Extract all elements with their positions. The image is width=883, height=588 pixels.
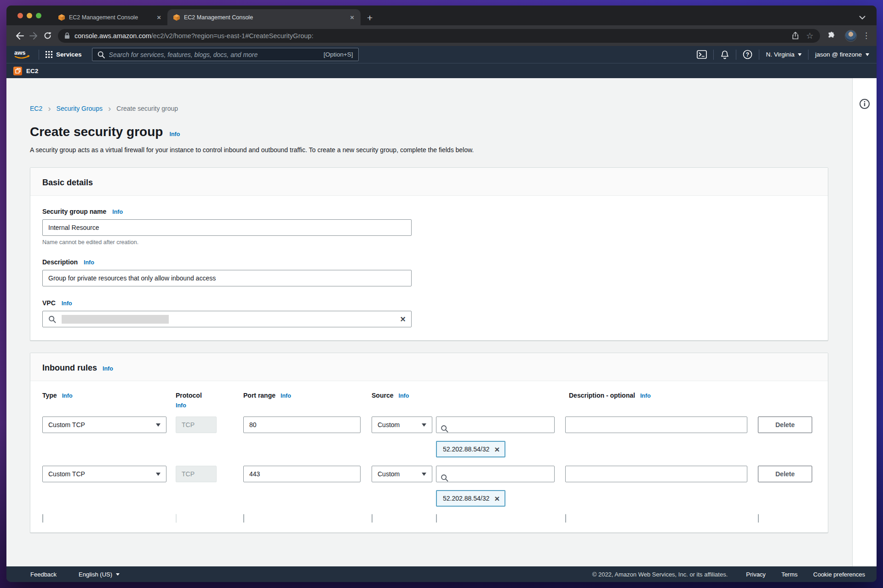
tab-search-chevron-icon[interactable] [859, 16, 866, 20]
description-input[interactable] [42, 270, 412, 286]
terms-link[interactable]: Terms [781, 571, 797, 578]
divider [808, 50, 808, 60]
breadcrumb-security-groups[interactable]: Security Groups [57, 105, 103, 112]
help-button[interactable]: ? [743, 50, 752, 59]
service-tab-ec2[interactable]: EC2 [26, 68, 38, 74]
protocol-info-link[interactable]: Info [176, 402, 186, 409]
privacy-link[interactable]: Privacy [746, 571, 766, 578]
console-content: EC2 › Security Groups › Create security … [6, 78, 877, 566]
breadcrumb-separator: › [108, 104, 111, 113]
reload-button[interactable] [40, 29, 54, 43]
source-info-link[interactable]: Info [398, 393, 409, 399]
svg-text:?: ? [746, 51, 749, 58]
page-intro: A security group acts as a virtual firew… [30, 146, 828, 154]
description-info-link[interactable]: Info [84, 259, 94, 266]
profile-avatar[interactable] [845, 30, 857, 42]
tab-2-active[interactable]: EC2 Management Console × [167, 9, 361, 25]
back-button[interactable] [13, 29, 27, 43]
rule-description-info-link[interactable]: Info [640, 393, 651, 399]
rule-type-select[interactable]: Custom TCP [42, 466, 166, 482]
clear-vpc-icon[interactable]: × [400, 314, 406, 324]
name-info-link[interactable]: Info [112, 209, 123, 215]
rule-source-select[interactable]: Custom [372, 466, 432, 482]
divider [39, 50, 39, 60]
inbound-rule-row-clipped [42, 514, 816, 523]
svg-text:aws: aws [14, 49, 26, 56]
inbound-rules-header: Inbound rules Info [30, 353, 828, 381]
aws-search-input[interactable] [109, 51, 320, 58]
browser-menu-icon[interactable]: ⋮ [862, 31, 870, 40]
info-panel-button[interactable] [859, 98, 870, 109]
share-icon[interactable] [792, 32, 799, 40]
name-help-text: Name cannot be edited after creation. [42, 239, 816, 245]
feedback-link[interactable]: Feedback [30, 571, 57, 578]
rule-source-select[interactable]: Custom [372, 417, 432, 433]
delete-rule-button[interactable]: Delete [758, 417, 812, 433]
cookie-preferences-link[interactable]: Cookie preferences [813, 571, 865, 578]
remove-cidr-icon[interactable]: × [494, 494, 499, 503]
divider [759, 50, 759, 60]
language-label: English (US) [79, 571, 112, 578]
fullscreen-window-button[interactable] [36, 13, 41, 18]
inbound-rule-row-1: Custom TCP TCP Custom Delete [42, 417, 816, 433]
notifications-button[interactable] [720, 50, 729, 59]
tab-close-icon[interactable]: × [348, 13, 356, 21]
vpc-select-input[interactable]: × [42, 311, 412, 327]
account-menu[interactable]: jason @ firezone [815, 51, 869, 58]
window-controls [17, 13, 41, 18]
search-icon [97, 51, 105, 58]
rule-source-search-input[interactable] [436, 417, 555, 433]
services-menu[interactable]: Services [46, 51, 82, 58]
browser-window: EC2 Management Console × EC2 Management … [6, 6, 877, 582]
new-tab-button[interactable]: + [367, 13, 373, 23]
type-info-link[interactable]: Info [62, 393, 73, 399]
minimize-window-button[interactable] [27, 13, 32, 18]
vpc-info-link[interactable]: Info [62, 300, 72, 307]
col-type-label: Type [42, 392, 57, 399]
remove-cidr-icon[interactable]: × [494, 445, 499, 454]
ec2-service-icon [13, 67, 22, 75]
tab-title: EC2 Management Console [69, 14, 151, 21]
services-label: Services [56, 51, 82, 58]
tab-1[interactable]: EC2 Management Console × [52, 9, 167, 25]
clipped-input [372, 514, 373, 523]
help-panel-rail [852, 78, 877, 566]
aws-search-box[interactable]: [Option+S] [92, 48, 359, 61]
close-window-button[interactable] [17, 13, 23, 18]
aws-console-favicon [58, 14, 65, 21]
address-bar[interactable]: console.aws.amazon.com/ec2/v2/home?regio… [58, 29, 820, 43]
region-selector[interactable]: N. Virginia [766, 51, 802, 58]
rule-type-select[interactable]: Custom TCP [42, 417, 166, 433]
breadcrumb-ec2[interactable]: EC2 [30, 105, 42, 112]
inbound-rules-info-link[interactable]: Info [103, 365, 113, 372]
extensions-puzzle-icon[interactable] [825, 29, 838, 43]
vpc-value-redacted [62, 315, 169, 324]
rule-description-input[interactable] [565, 466, 747, 482]
bell-icon [720, 50, 729, 59]
aws-logo[interactable]: aws [14, 49, 32, 60]
clipped-input [243, 514, 244, 523]
aws-service-bar: EC2 [6, 63, 877, 78]
delete-rule-button[interactable]: Delete [758, 466, 812, 482]
col-protocol-label: Protocol [176, 392, 202, 399]
rule-source-search-input[interactable] [436, 466, 555, 482]
security-group-name-input[interactable] [42, 219, 412, 236]
cloudshell-button[interactable] [697, 50, 707, 59]
question-circle-icon: ? [743, 50, 752, 59]
url-host: console.aws.amazon.com [75, 32, 151, 40]
search-icon [48, 315, 56, 323]
rule-port-input[interactable] [243, 466, 361, 482]
forward-button[interactable] [27, 29, 40, 43]
rule-description-input[interactable] [565, 417, 747, 433]
bookmark-star-icon[interactable]: ☆ [806, 31, 814, 41]
clipped-input [565, 514, 566, 523]
rule-protocol-readonly: TCP [176, 466, 217, 482]
port-info-link[interactable]: Info [281, 393, 291, 399]
tab-close-icon[interactable]: × [155, 13, 163, 21]
rule-port-input[interactable] [243, 417, 361, 433]
source-cidr-token: 52.202.88.54/32 × [436, 441, 505, 457]
inbound-rules-card: Inbound rules Info TypeInfo ProtocolInfo… [30, 353, 828, 533]
inbound-rule-row-2: Custom TCP TCP Custom Delete [42, 466, 816, 482]
language-selector[interactable]: English (US) [79, 571, 120, 578]
title-info-link[interactable]: Info [169, 131, 180, 137]
